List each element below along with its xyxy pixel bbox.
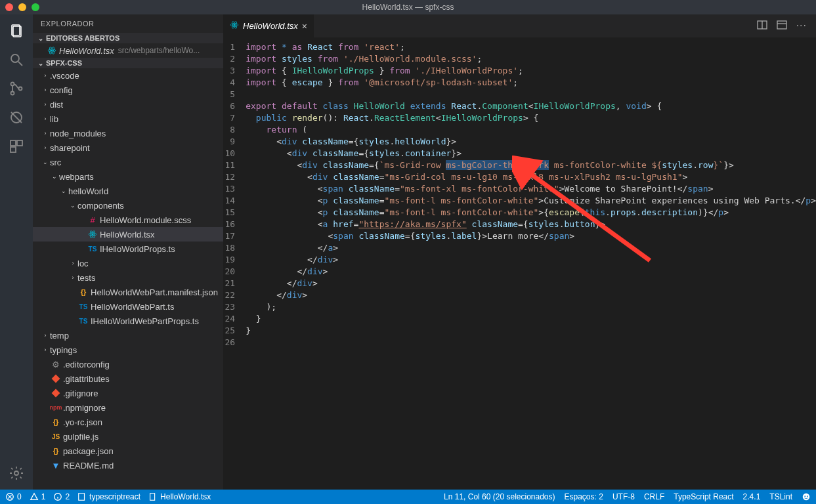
tree-item[interactable]: ›node_modules	[33, 126, 223, 140]
status-encoding[interactable]: UTF-8	[612, 492, 635, 501]
react-icon	[230, 20, 239, 32]
window-title: HelloWorld.tsx — spfx-css	[362, 3, 454, 12]
tree-item[interactable]: #HelloWorld.module.scss	[33, 213, 223, 227]
status-mode[interactable]: TypeScript React	[674, 492, 733, 501]
status-warnings[interactable]: 1	[30, 492, 46, 501]
status-errors[interactable]: 0	[5, 492, 22, 501]
chevron-down-icon: ⌄	[35, 60, 46, 67]
tree-item[interactable]: ⌄helloWorld	[33, 184, 223, 198]
tree-item[interactable]: ⌄src	[33, 155, 223, 169]
svg-point-41	[807, 495, 808, 497]
svg-point-6	[19, 87, 22, 91]
status-tslint[interactable]: TSLint	[769, 492, 792, 501]
svg-rect-38	[150, 494, 155, 501]
status-cursor-position[interactable]: Ln 11, Col 60 (20 selecionados)	[444, 492, 555, 501]
tree-item[interactable]: ›loc	[33, 256, 223, 270]
tab-bar: HelloWorld.tsx × ···	[223, 14, 816, 37]
activity-bar	[0, 14, 33, 490]
tree-item[interactable]: TSIHelloWorldWebPartProps.ts	[33, 314, 223, 328]
tree-item[interactable]: {}package.json	[33, 444, 223, 458]
tab-title: HelloWorld.tsx	[243, 21, 298, 31]
svg-point-39	[803, 494, 810, 501]
layout-icon[interactable]	[777, 20, 787, 33]
source-control-icon[interactable]	[8, 80, 25, 97]
tree-item[interactable]: ›dist	[33, 97, 223, 112]
status-bar: 0 1 2 typescriptreact HelloWorld.tsx Ln …	[0, 490, 816, 504]
tab-helloworld[interactable]: HelloWorld.tsx ×	[223, 14, 314, 37]
tree-item[interactable]: {}.yo-rc.json	[33, 415, 223, 429]
svg-point-5	[11, 92, 14, 95]
svg-point-13	[51, 50, 53, 51]
minimize-window-button[interactable]	[18, 3, 26, 11]
svg-point-2	[11, 54, 19, 62]
file-tree: ›.vscode›config›dist›lib›node_modules›sh…	[33, 68, 223, 472]
tree-item[interactable]: ⌄webparts	[33, 169, 223, 184]
status-indentation[interactable]: Espaços: 2	[565, 492, 603, 501]
status-file[interactable]: HelloWorld.tsx	[148, 492, 211, 501]
tree-item[interactable]: .gitignore	[33, 386, 223, 400]
tree-item[interactable]: ›typings	[33, 343, 223, 357]
tree-item[interactable]: ⌄components	[33, 198, 223, 213]
close-window-button[interactable]	[5, 3, 13, 11]
extensions-icon[interactable]	[8, 138, 25, 155]
tree-item[interactable]: npm.npmignore	[33, 400, 223, 415]
svg-rect-11	[11, 147, 16, 152]
project-header[interactable]: ⌄SPFX-CSS	[33, 58, 223, 68]
tree-item[interactable]: {}HelloWorldWebPart.manifest.json	[33, 285, 223, 299]
tree-item[interactable]: ▼README.md	[33, 458, 223, 472]
tree-item[interactable]: JSgulpfile.js	[33, 429, 223, 444]
status-ts-version[interactable]: 2.4.1	[743, 492, 761, 501]
svg-point-4	[11, 83, 14, 86]
tree-item[interactable]: ⚙.editorconfig	[33, 357, 223, 371]
svg-point-21	[234, 24, 235, 26]
debug-icon[interactable]	[8, 109, 25, 126]
chevron-down-icon: ⌄	[35, 35, 46, 42]
tree-item[interactable]: .gitattributes	[33, 371, 223, 386]
code-editor[interactable]: 1234567891011121314151617181920212223242…	[223, 37, 816, 490]
split-editor-icon[interactable]	[757, 20, 767, 33]
open-editor-item[interactable]: HelloWorld.tsx src/webparts/helloWo...	[33, 43, 223, 58]
editor-area: HelloWorld.tsx × ··· 1234567891011121314…	[223, 14, 816, 490]
tree-item[interactable]: ›sharepoint	[33, 140, 223, 155]
tree-item[interactable]: ›tests	[33, 270, 223, 285]
line-gutter: 1234567891011121314151617181920212223242…	[223, 37, 246, 490]
status-eol[interactable]: CRLF	[644, 492, 664, 501]
tree-item[interactable]: HelloWorld.tsx	[33, 227, 223, 242]
tree-item[interactable]: ›temp	[33, 328, 223, 343]
close-tab-icon[interactable]: ×	[302, 21, 307, 32]
status-language-id[interactable]: typescriptreact	[77, 492, 140, 501]
tree-item[interactable]: ›.vscode	[33, 68, 223, 83]
tree-item[interactable]: TSHelloWorldWebPart.ts	[33, 299, 223, 314]
sidebar-title: EXPLORADOR	[33, 14, 223, 33]
svg-point-40	[804, 495, 805, 497]
code-content[interactable]: import * as React from 'react';import st…	[246, 37, 816, 490]
status-feedback-icon[interactable]	[802, 492, 811, 501]
tree-item[interactable]: ›lib	[33, 112, 223, 126]
open-editor-label: HelloWorld.tsx	[59, 46, 114, 56]
search-icon[interactable]	[8, 51, 25, 68]
open-editors-header[interactable]: ⌄EDITORES ABERTOS	[33, 33, 223, 43]
svg-point-17	[92, 234, 93, 235]
svg-rect-27	[777, 21, 786, 29]
svg-point-12	[14, 471, 18, 475]
sidebar: EXPLORADOR ⌄EDITORES ABERTOS HelloWorld.…	[33, 14, 223, 490]
maximize-window-button[interactable]	[32, 3, 39, 11]
svg-line-3	[18, 62, 22, 66]
svg-rect-9	[11, 140, 16, 146]
react-icon	[46, 46, 58, 55]
svg-rect-10	[17, 140, 22, 146]
titlebar: HelloWorld.tsx — spfx-css	[0, 0, 816, 14]
explorer-icon[interactable]	[8, 22, 25, 39]
open-editor-path: src/webparts/helloWo...	[118, 46, 200, 55]
svg-rect-37	[79, 494, 85, 501]
status-info[interactable]: 2	[53, 492, 70, 501]
tree-item[interactable]: ›config	[33, 83, 223, 97]
settings-gear-icon[interactable]	[8, 465, 25, 482]
tree-item[interactable]: TSIHelloWorldProps.ts	[33, 242, 223, 256]
more-actions-icon[interactable]: ···	[796, 20, 807, 33]
